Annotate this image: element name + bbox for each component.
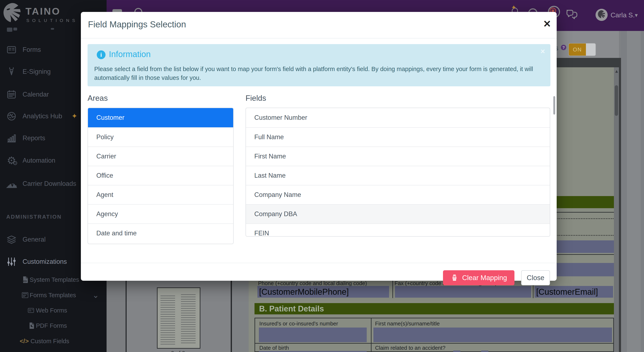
info-close-icon[interactable]: × [540, 47, 545, 56]
scroll-up-icon[interactable]: ▲ [614, 68, 619, 74]
pdf-scrollbar-thumb[interactable] [615, 85, 618, 116]
area-item-date-and-time[interactable]: Date and time [88, 224, 233, 243]
right-gutter [621, 31, 644, 352]
pdf-file-icon [27, 317, 36, 334]
chat-icon[interactable] [566, 8, 578, 20]
field-item-first-name[interactable]: First Name [246, 146, 550, 166]
app-root: mappings ? ON 3 of 3 e 2; read page 3 ca… [0, 0, 644, 352]
pdf-input-field[interactable] [374, 328, 612, 342]
field-item-company-dba[interactable]: Company DBA [246, 204, 550, 224]
modal-close-icon[interactable]: ✕ [543, 19, 551, 29]
help-icon[interactable]: ? [561, 45, 566, 50]
field-item-last-name[interactable]: Last Name [246, 166, 550, 185]
layers-icon [6, 230, 18, 249]
field-item-fein[interactable]: FEIN [246, 224, 550, 236]
sidebar-item-web-forms[interactable]: Web Forms [0, 302, 106, 319]
web-form-icon [26, 302, 36, 319]
taino-logo-icon [1, 2, 24, 25]
field-item-full-name[interactable]: Full Name [246, 127, 550, 146]
modal-title: Field Mappings Selection [88, 20, 186, 30]
pdf-table: Insured's or co-insured's number First n… [254, 318, 614, 352]
area-item-policy[interactable]: Policy [88, 127, 233, 146]
pdf-phone-label: Phone (+country code and local dialing c… [258, 280, 367, 286]
sparkle-icon: ✦ [72, 112, 78, 120]
modal-header-divider [81, 38, 557, 38]
form-template-icon [20, 287, 30, 304]
pdf-row-border [255, 343, 613, 344]
modal-scrollbar-thumb[interactable] [553, 96, 555, 114]
pdf-accident-label: Claim related to an accident? [375, 345, 446, 351]
fields-list: Customer Number Full Name First Name Las… [246, 108, 550, 236]
info-alert: i Information × Please select a field fr… [88, 44, 550, 86]
esign-pen-icon [6, 62, 18, 81]
area-item-office[interactable]: Office [88, 166, 233, 185]
pdf-section-b-bar: B. Patient Details [254, 303, 614, 314]
file-code-icon [21, 271, 30, 288]
forms-icon [6, 40, 18, 59]
sidebar-item-forms-templates[interactable]: Forms Templates ⌄ [0, 287, 106, 304]
pdf-checkbox[interactable] [481, 350, 488, 352]
area-item-customer[interactable]: Customer [88, 108, 233, 127]
clear-mapping-button[interactable]: Clear Mapping [443, 270, 514, 285]
area-item-carrier[interactable]: Carrier [88, 146, 233, 166]
pdf-phone-field[interactable]: [CustomerMobilePhone] [258, 286, 389, 298]
area-item-agency[interactable]: Agency [88, 204, 233, 224]
pdf-cell-border [371, 318, 372, 352]
calendar-icon [6, 85, 18, 104]
info-icon: i [97, 50, 106, 59]
partial-item-fragment [51, 28, 54, 30]
chevron-down-icon[interactable]: ⌄ [92, 290, 99, 300]
toggle-on-label: ON [569, 44, 586, 56]
pdf-fax-field[interactable] [395, 286, 531, 298]
sidebar-section-administration: ADMINISTRATION [6, 214, 62, 220]
pdf-first-name-label: First name(s)/surname/title [375, 320, 440, 327]
page-thumbnail[interactable] [157, 288, 200, 349]
thumbnail-caption: 3 of 3 [157, 350, 199, 352]
close-button[interactable]: Close [521, 270, 550, 285]
pdf-input-field[interactable] [259, 328, 367, 342]
areas-label: Areas [88, 94, 108, 103]
fields-label: Fields [246, 94, 266, 103]
partial-item-icon [7, 28, 12, 32]
pdf-insured-number-label: Insured's or co-insured's number [259, 320, 338, 327]
thumbnail-text-column [160, 294, 175, 345]
pdf-email-value: [CustomerEmail] [534, 287, 598, 296]
cloud-download-icon: ☁▼ [6, 174, 18, 193]
clear-mapping-label: Clear Mapping [462, 274, 507, 282]
pdf-phone-value: [CustomerMobilePhone] [258, 287, 349, 296]
thumbnail-text-column [181, 293, 196, 345]
pdf-input-field[interactable] [259, 351, 367, 352]
pdf-cell-border [392, 278, 393, 298]
pdf-scrollbar[interactable]: ▲ [614, 67, 619, 352]
field-item-customer-number[interactable]: Customer Number [246, 108, 550, 127]
avatar[interactable] [596, 9, 608, 21]
pdf-email-field[interactable]: [CustomerEmail] [534, 286, 613, 298]
partial-item-icon [13, 28, 17, 30]
analytics-brain-icon [6, 107, 18, 126]
code-icon: </> [19, 333, 30, 350]
brush-icon [450, 274, 458, 282]
field-item-company-name[interactable]: Company Name [246, 185, 550, 204]
mappings-toggle[interactable]: ON [568, 43, 596, 56]
pdf-checkbox[interactable] [453, 350, 460, 352]
user-name[interactable]: Carla S. [610, 11, 635, 19]
pdf-dob-label: Date of birth [259, 345, 289, 351]
brand-subtitle: SOLUTIONS [26, 18, 78, 23]
pdf-section-b-title: B. Patient Details [254, 304, 324, 313]
brand-name: TAINO [26, 6, 60, 17]
info-body-text: Please select a field from the list belo… [94, 64, 540, 82]
field-mappings-modal: Field Mappings Selection ✕ i Information… [81, 12, 557, 281]
sliders-icon [6, 252, 18, 271]
close-button-label: Close [527, 274, 544, 282]
viewer-edge [619, 58, 621, 352]
gutter-band [627, 31, 641, 352]
ai-sparkle-icon: ✦ [511, 4, 516, 11]
info-title: Information [109, 50, 151, 59]
areas-list: Customer Policy Carrier Office Agent Age… [88, 108, 234, 244]
reports-barchart-icon [6, 129, 18, 148]
sidebar-item-custom-fields[interactable]: </> Custom Fields [0, 333, 106, 350]
sidebar-item-pdf-forms[interactable]: PDF Forms [0, 317, 106, 334]
gear-icon: ⚙⚙ [6, 151, 18, 170]
chevron-down-icon[interactable]: ▾ [635, 12, 638, 18]
area-item-agent[interactable]: Agent [88, 185, 233, 204]
